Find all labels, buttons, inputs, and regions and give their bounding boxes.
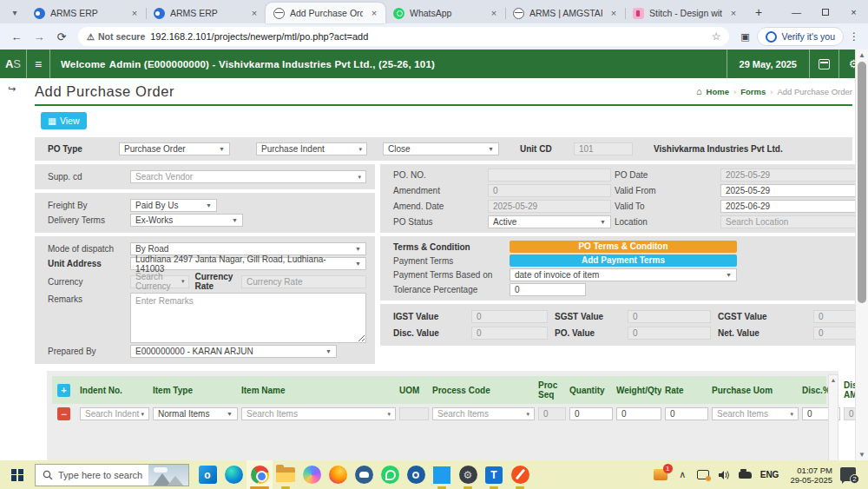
back-button[interactable]: ← xyxy=(7,27,26,46)
tab-close-icon[interactable]: × xyxy=(488,7,500,19)
pgadmin-icon[interactable] xyxy=(351,460,377,489)
amend-date-input[interactable] xyxy=(488,200,611,213)
tab-close-icon[interactable]: × xyxy=(128,7,141,19)
copilot-icon[interactable] xyxy=(299,460,325,489)
share-arrow-icon[interactable]: ↪ xyxy=(8,83,16,95)
taskbar-search-input[interactable]: Type here to search xyxy=(35,464,189,486)
menu-hamburger-icon[interactable]: ≡ xyxy=(27,50,50,78)
hidden-icons-chevron[interactable]: ∧ xyxy=(674,465,692,486)
t-app-icon[interactable]: T xyxy=(481,460,507,489)
po-status-select[interactable]: Active▼ xyxy=(488,215,611,228)
breadcrumb-home[interactable]: Home xyxy=(707,87,729,96)
edge-icon[interactable] xyxy=(220,460,247,489)
add-payment-terms-button[interactable]: Add Payment Terms xyxy=(510,254,737,267)
valid-from-input[interactable] xyxy=(720,184,868,197)
delivery-terms-select[interactable]: Ex-Works▼ xyxy=(130,214,243,227)
browser-menu-icon[interactable]: ⋮ xyxy=(847,30,861,43)
calendar-button[interactable] xyxy=(809,50,838,78)
supplier-select[interactable]: Search Vendor▾ xyxy=(130,170,366,183)
taskbar-clock[interactable]: 01:07 PM 29-05-2025 xyxy=(785,466,838,485)
tab-add-purchase-order[interactable]: Add Purchase Order - 29 M × xyxy=(266,3,385,23)
tab-search-chevron-icon[interactable]: ▾ xyxy=(5,3,24,21)
process-code-select[interactable]: Search Items▾ xyxy=(432,407,535,420)
add-row-button[interactable]: + xyxy=(57,384,70,397)
uom-input[interactable] xyxy=(399,407,429,420)
tab-arms-amgstar[interactable]: ARMS | AMGSTAR × xyxy=(505,3,625,23)
prepared-by-select[interactable]: E000000000 - KARAN ARJUN▼ xyxy=(130,345,337,358)
view-button[interactable]: ▦ View xyxy=(41,112,87,129)
po-terms-button[interactable]: PO Terms & Conditon xyxy=(510,241,737,253)
unit-address-select[interactable]: Ludhiana 2497 Janta Nagar, Gill Road, Lu… xyxy=(130,257,366,270)
display-cast-icon[interactable] xyxy=(694,465,713,486)
blue-circle-app-icon[interactable] xyxy=(403,460,429,489)
amendment-input[interactable] xyxy=(488,184,611,197)
vscode-icon[interactable] xyxy=(429,460,455,489)
rate-input[interactable] xyxy=(665,407,708,420)
bookmark-star-icon[interactable]: ☆ xyxy=(712,30,721,43)
tray-app-badge-icon[interactable]: 1 xyxy=(652,466,671,485)
tolerance-input[interactable] xyxy=(510,283,586,296)
page-scrollbar[interactable]: ▲ ▼ xyxy=(855,50,868,460)
extensions-icon[interactable]: ▣ xyxy=(736,28,753,45)
proc-seq-input[interactable] xyxy=(538,407,566,420)
disc-value-input[interactable] xyxy=(471,327,548,340)
window-restore-button[interactable] xyxy=(811,0,839,23)
table-vertical-scrollbar[interactable]: ▲▼ xyxy=(828,374,838,460)
currency-rate-input[interactable] xyxy=(241,275,366,288)
new-tab-button[interactable]: + xyxy=(748,3,769,22)
file-explorer-icon[interactable] xyxy=(273,460,299,489)
address-bar[interactable]: ⚠ Not secure 192.168.2.101/projects/newe… xyxy=(78,27,729,46)
tab-close-icon[interactable]: × xyxy=(727,7,740,19)
currency-select[interactable]: Search Currency▾ xyxy=(130,275,189,288)
breadcrumb-forms[interactable]: Forms xyxy=(740,87,766,96)
freight-by-select[interactable]: Paid By Us▼ xyxy=(130,199,217,212)
po-no-input[interactable] xyxy=(488,169,611,182)
tab-arms-erp-1[interactable]: ARMS ERP × xyxy=(26,3,146,23)
url-text[interactable]: 192.168.2.101/projects/newerp/mtl/po.php… xyxy=(150,31,706,42)
scroll-down-icon[interactable]: ▼ xyxy=(856,451,868,459)
dark-gear-app-icon[interactable]: ⚙ xyxy=(455,460,481,489)
verify-profile-button[interactable]: Verify it's you xyxy=(757,27,844,46)
pencil-app-icon[interactable] xyxy=(507,460,533,489)
window-minimize-button[interactable]: — xyxy=(782,0,811,23)
page-scrollbar-thumb[interactable] xyxy=(858,62,866,303)
volume-icon[interactable] xyxy=(715,465,733,486)
location-select[interactable]: Search Location▾ xyxy=(720,215,868,228)
purchase-uom-select[interactable]: Search Items▾ xyxy=(712,407,799,420)
unit-cd-input[interactable] xyxy=(574,142,633,155)
delete-row-button[interactable]: − xyxy=(57,407,70,420)
tab-close-icon[interactable]: × xyxy=(248,7,260,19)
tab-arms-erp-2[interactable]: ARMS ERP × xyxy=(146,3,266,23)
po-type-select[interactable]: Purchase Order▼ xyxy=(119,142,230,155)
item-name-select[interactable]: Search Items▾ xyxy=(241,407,396,420)
valid-to-input[interactable] xyxy=(720,200,868,213)
firefox-icon[interactable] xyxy=(325,460,351,489)
tab-whatsapp[interactable]: WhatsApp × xyxy=(385,3,505,23)
item-type-select[interactable]: Normal Items▼ xyxy=(153,407,238,420)
arms-logo[interactable]: AS xyxy=(0,50,27,78)
quantity-input[interactable] xyxy=(569,407,613,420)
language-indicator[interactable]: ENG xyxy=(757,470,783,479)
outlook-icon[interactable]: o xyxy=(194,460,220,489)
payment-based-select[interactable]: date of invoice of item▼ xyxy=(510,268,737,281)
not-secure-chip[interactable]: ⚠ Not secure xyxy=(87,31,145,42)
po-value-input[interactable] xyxy=(628,327,711,340)
refresh-button[interactable]: ⟳ xyxy=(52,27,71,46)
close-select[interactable]: Close▼ xyxy=(383,142,499,155)
weight-qty-input[interactable] xyxy=(616,407,661,420)
po-date-input[interactable] xyxy=(720,169,868,182)
igst-value-input[interactable] xyxy=(471,310,548,323)
forward-button[interactable]: → xyxy=(30,27,49,46)
window-close-button[interactable]: × xyxy=(839,0,868,23)
chrome-icon[interactable] xyxy=(247,460,273,489)
action-center-icon[interactable]: 2 xyxy=(840,467,859,483)
indent-select[interactable]: Search Indent▾ xyxy=(80,407,149,420)
safely-remove-hardware-icon[interactable] xyxy=(736,465,754,486)
start-button[interactable] xyxy=(0,460,35,489)
scroll-up-icon[interactable]: ▲ xyxy=(856,51,868,59)
tab-close-icon[interactable]: × xyxy=(608,7,620,19)
purchase-indent-select[interactable]: Purchase Indent▾ xyxy=(256,142,367,155)
tab-stitch[interactable]: Stitch - Design with AI × xyxy=(625,3,745,23)
remarks-textarea[interactable] xyxy=(130,293,366,343)
tab-close-icon[interactable]: × xyxy=(368,7,380,19)
